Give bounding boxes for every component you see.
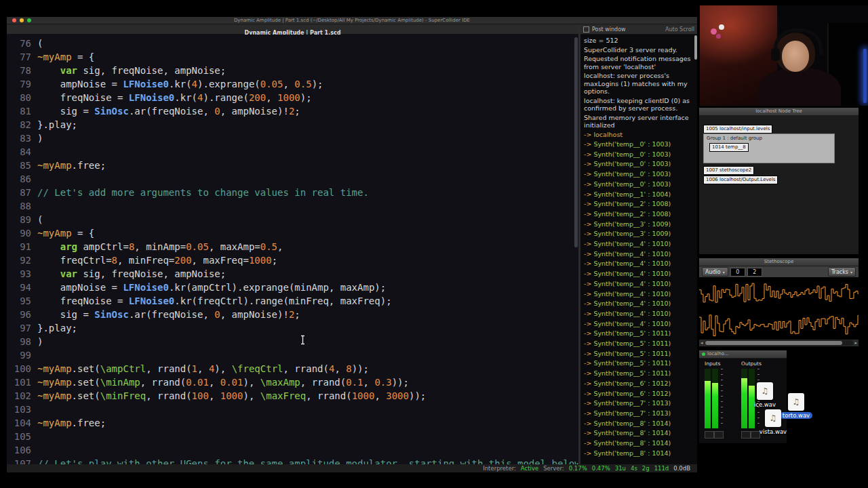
post-synth-line: -> Synth('temp__6' : 1012)	[584, 379, 694, 389]
zoom-button[interactable]	[27, 18, 31, 22]
post-synth-line: -> Synth('temp__8' : 1014)	[584, 449, 694, 459]
post-detach-icon[interactable]	[583, 26, 589, 33]
editor-scrollbar-handle[interactable]	[574, 37, 578, 247]
input-value-box-2[interactable]	[714, 431, 724, 439]
scope-channels-box[interactable]: 2	[747, 268, 762, 277]
code-line[interactable]: freqNoise = LFNoise0.kr(4).range(200, 10…	[37, 91, 578, 104]
post-scrollbar[interactable]	[694, 35, 697, 464]
scope-scrollbar-track[interactable]	[705, 340, 854, 346]
code-line[interactable]	[37, 348, 578, 362]
server-label[interactable]: Server:	[543, 465, 564, 472]
code-line[interactable]: sig = SinOsc.ar(freqNoise, 0, ampNoise)!…	[37, 308, 578, 321]
code-line[interactable]: )	[37, 131, 578, 145]
code-line[interactable]: (	[37, 37, 578, 50]
post-message: size = 512	[584, 37, 694, 45]
group-label: Group 1 : default group	[704, 134, 834, 141]
code-lines[interactable]: (~myAmp = { var sig, freqNoise, ampNoise…	[37, 37, 578, 464]
stethoscope-window: Stethoscope Audio ▾ 0 2 Tracks ▾ ◂ ▸	[698, 258, 859, 347]
scroll-right-icon[interactable]: ▸	[854, 340, 857, 346]
webcam-headphones	[774, 28, 823, 55]
node-tree-body: 1005 localhost/input.levels Group 1 : de…	[699, 116, 859, 254]
post-synth-line: -> Synth('temp__5' : 1011)	[584, 369, 694, 379]
editor-scrollbar[interactable]	[574, 37, 578, 464]
levels-titlebar[interactable]: localho...	[699, 350, 787, 359]
webcam-video	[700, 5, 868, 106]
text-cursor-icon	[300, 335, 306, 348]
window-dot-icon[interactable]	[702, 352, 705, 356]
post-synth-line: -> Synth('temp__2' : 1008)	[584, 209, 694, 220]
editor-column: Dynamic Amplitude | Part 1.scd 767778798…	[7, 24, 578, 464]
code-line[interactable]: sig = SinOsc.ar(freqNoise, 0, ampNoise)!…	[37, 104, 578, 118]
window-titlebar[interactable]: Dynamic Amplitude | Part 1.scd (~/Deskto…	[7, 17, 697, 24]
line-number: 104	[7, 416, 31, 430]
post-synth-line: -> Synth('temp__4' : 1010)	[584, 309, 694, 319]
post-synth-line: -> Synth('temp__8' : 1014)	[584, 419, 694, 429]
post-message: Shared memory server interface initializ…	[584, 114, 694, 129]
code-line[interactable]	[37, 443, 578, 457]
code-line[interactable]: // Let's add more arguments to change va…	[37, 186, 578, 199]
scope-index-box[interactable]: 0	[730, 268, 745, 277]
code-line[interactable]: }.play;	[37, 118, 578, 131]
auto-scroll-toggle[interactable]: Auto Scroll	[665, 26, 694, 33]
code-line[interactable]: ~myAmp.set(\minAmp, rrand(0.01, 0.01), \…	[37, 375, 578, 389]
line-number: 89	[7, 213, 31, 226]
scope-scrollbar-handle[interactable]	[705, 341, 842, 345]
code-line[interactable]: ~myAmp.set(\ampCtrl, rrand(1, 4), \freqC…	[37, 362, 578, 375]
code-line[interactable]: ~myAmp = {	[37, 50, 578, 64]
node-temp-synth[interactable]: 1014 temp__8	[709, 143, 749, 152]
node-group-panel[interactable]: Group 1 : default group 1014 temp__8	[703, 134, 835, 163]
code-line[interactable]: ~myAmp.free;	[37, 159, 578, 172]
chevron-down-icon: ▾	[850, 268, 852, 276]
post-message: -> localhost	[584, 131, 694, 139]
code-line[interactable]: freqNoise = LFNoise0.kr(freqCtrl).range(…	[37, 294, 578, 308]
post-message: localhost: server process's maxLogins (1…	[584, 72, 694, 96]
node-output-levels[interactable]: 1006 localhost/Output.Levels	[703, 176, 778, 184]
line-number: 84	[7, 145, 31, 159]
code-line[interactable]: ampNoise = LFNoise0.kr(4).exprange(0.05,…	[37, 77, 578, 91]
post-scrollbar-handle[interactable]	[694, 35, 697, 60]
scroll-left-icon[interactable]: ◂	[701, 340, 703, 346]
output-value-box-1[interactable]	[741, 431, 751, 439]
code-line[interactable]: freqCtrl=8, minFreq=200, maxFreq=1000;	[37, 253, 578, 267]
code-line[interactable]: var sig, freqNoise, ampNoise;	[37, 64, 578, 77]
server-metric: 0.17%	[569, 465, 587, 472]
code-line[interactable]: }.play;	[37, 321, 578, 335]
code-line[interactable]	[37, 199, 578, 213]
desktop-icon-vista-wav[interactable]: ♫ vista.wav	[754, 409, 792, 435]
input-value-box-1[interactable]	[705, 431, 714, 439]
code-line[interactable]: var sig, freqNoise, ampNoise;	[37, 267, 578, 281]
line-number: 95	[7, 294, 31, 308]
code-line[interactable]: arg ampCtrl=8, minAmp=0.05, maxAmp=0.5,	[37, 240, 578, 253]
traffic-lights	[12, 18, 31, 22]
icon-label: vista.wav	[754, 428, 792, 435]
post-synth-line: -> Synth('temp__4' : 1010)	[584, 259, 694, 269]
input-meter-1	[705, 369, 711, 428]
code-line[interactable]: // Let's play with other UGens for the s…	[37, 457, 578, 464]
code-line[interactable]: ~myAmp.set(\minFreq, rrand(100, 1000), \…	[37, 389, 578, 403]
minimize-button[interactable]	[20, 18, 24, 22]
close-button[interactable]	[12, 18, 16, 22]
line-number: 86	[7, 172, 31, 186]
scope-scrollbar[interactable]: ◂ ▸	[699, 340, 859, 346]
server-metric: 0.47%	[592, 465, 610, 472]
node-stethoscope[interactable]: 1007 stethoscope2	[703, 166, 754, 175]
line-number: 102	[7, 389, 31, 403]
interpreter-state[interactable]: Active	[521, 465, 538, 472]
stethoscope-title: Stethoscope	[699, 258, 859, 266]
code-line[interactable]	[37, 403, 578, 416]
scope-source-dropdown[interactable]: Audio ▾	[702, 267, 728, 277]
code-line[interactable]	[37, 145, 578, 159]
code-line[interactable]	[37, 430, 578, 443]
line-numbers: 7677787980818283848586878889909192939495…	[7, 37, 37, 464]
code-line[interactable]: ampNoise = LFNoise0.kr(ampCtrl).exprange…	[37, 281, 578, 294]
code-editor[interactable]: 7677787980818283848586878889909192939495…	[7, 35, 578, 464]
code-line[interactable]: ~myAmp.free;	[37, 416, 578, 430]
audio-file-icon: ♫	[757, 382, 773, 400]
code-line[interactable]: ~myAmp = {	[37, 226, 578, 240]
code-line[interactable]	[37, 172, 578, 186]
code-line[interactable]: (	[37, 213, 578, 226]
code-line[interactable]: )	[37, 335, 578, 348]
node-input-levels[interactable]: 1005 localhost/input.levels	[703, 125, 772, 134]
outputs-label: Outputs	[741, 361, 762, 367]
scope-style-dropdown[interactable]: Tracks ▾	[828, 267, 856, 277]
